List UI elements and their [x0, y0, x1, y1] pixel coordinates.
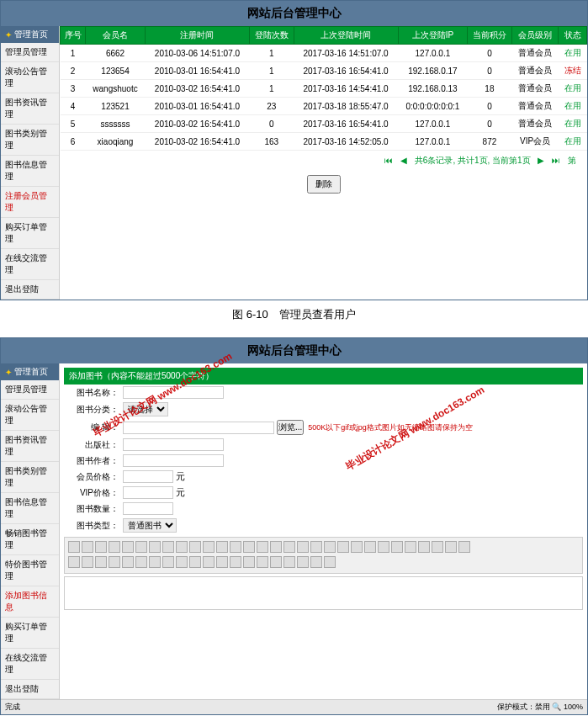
name-input[interactable]: [123, 386, 224, 399]
sidebar-item[interactable]: 在线交流管理: [1, 649, 59, 680]
author-label: 图书作者：: [64, 455, 123, 467]
sidebar-item[interactable]: 图书信息管理: [1, 156, 59, 187]
sidebar-item[interactable]: 滚动公告管理: [1, 400, 59, 431]
table-cell: 0: [468, 98, 511, 115]
sidebar-item[interactable]: 退出登陆: [1, 280, 59, 300]
sidebar-header[interactable]: ✦ 管理首页: [1, 26, 59, 43]
main-content: 序号会员名注册时间登陆次数上次登陆时间上次登陆IP当前积分会员级别状态 1666…: [60, 26, 587, 300]
table-header: 当前积分: [468, 27, 511, 45]
figure-6-10: 网站后台管理中心 ✦ 管理首页 管理员管理滚动公告管理图书资讯管理图书类别管理图…: [0, 0, 588, 329]
table-cell: 192.168.0.17: [398, 62, 468, 80]
form-row-editor: 编 辑： 浏览... 500K以下gif或jpg格式图片如无缩略图请保持为空: [64, 418, 583, 437]
vip-price-input[interactable]: [123, 486, 173, 499]
admin-panel-2: 网站后台管理中心 ✦ 管理首页 管理员管理滚动公告管理图书资讯管理图书类别管理图…: [0, 337, 588, 715]
member-price-input[interactable]: [123, 470, 173, 483]
sidebar-item[interactable]: 购买订单管理: [1, 618, 59, 649]
table-cell: 1: [250, 45, 294, 62]
table-header: 上次登陆时间: [294, 27, 398, 45]
table-cell: 3: [61, 80, 86, 98]
sidebar-item[interactable]: 退出登陆: [1, 680, 59, 699]
form-row-stock: 图书数量：: [64, 501, 583, 517]
category-label: 图书类型：: [64, 520, 123, 532]
star-icon: ✦: [5, 30, 12, 40]
sidebar-item[interactable]: 滚动公告管理: [1, 62, 59, 93]
table-header: 会员名: [86, 27, 146, 45]
table-row[interactable]: 3wangshuotc2010-03-02 16:54:41.012017-03…: [61, 80, 587, 98]
table-cell: 4: [61, 98, 86, 115]
form-row-category: 图书类型： 普通图书: [64, 517, 583, 534]
table-cell: xiaoqiang: [86, 133, 146, 151]
page-goto-label: 第: [568, 156, 576, 165]
zoom-icon[interactable]: 🔍: [552, 703, 561, 711]
table-cell: 6662: [86, 45, 146, 62]
table-row[interactable]: 5sssssss2010-03-02 16:54:41.002017-03-16…: [61, 115, 587, 133]
star-icon: ✦: [5, 368, 12, 377]
table-cell: 163: [250, 133, 294, 151]
table-header: 上次登陆IP: [398, 27, 468, 45]
author-input[interactable]: [123, 454, 224, 467]
category-select[interactable]: 普通图书: [123, 518, 177, 533]
form-row-author: 图书作者：: [64, 453, 583, 469]
stock-label: 图书数量：: [64, 503, 123, 515]
publisher-input[interactable]: [123, 438, 224, 451]
table-row[interactable]: 21236542010-03-01 16:54:41.012017-03-16 …: [61, 62, 587, 80]
sidebar-header[interactable]: ✦ 管理首页: [1, 363, 59, 380]
page-first-icon[interactable]: ⏮: [384, 156, 393, 165]
form-row-vip-price: VIP价格： 元: [64, 485, 583, 501]
sidebar-item[interactable]: 管理员管理: [1, 380, 59, 400]
sidebar-item[interactable]: 图书类别管理: [1, 125, 59, 156]
table-cell: 2017-03-16 16:54:41.0: [294, 115, 398, 133]
table-row[interactable]: 166622010-03-06 14:51:07.012017-03-16 14…: [61, 45, 587, 62]
form-header: 添加图书（内容不能超过5000个字符）: [64, 368, 583, 385]
table-cell: 2010-03-02 16:54:41.0: [145, 115, 249, 133]
page-last-icon[interactable]: ⏭: [552, 156, 560, 165]
table-cell: 2010-03-02 16:54:41.0: [145, 133, 249, 151]
table-cell: 23: [250, 98, 294, 115]
browse-button[interactable]: 浏览...: [277, 420, 304, 435]
type-select[interactable]: 请选择: [123, 402, 168, 416]
sidebar-item[interactable]: 图书类别管理: [1, 462, 59, 493]
table-cell: sssssss: [86, 115, 146, 133]
panel-title: 网站后台管理中心: [1, 338, 587, 363]
table-cell: 872: [468, 133, 511, 151]
sidebar-item[interactable]: 添加图书信息: [1, 586, 59, 618]
table-header: 状态: [559, 27, 587, 45]
table-cell: 1: [250, 80, 294, 98]
form-row-name: 图书名称：: [64, 385, 583, 400]
table-header: 序号: [61, 27, 86, 45]
table-cell: 192.168.0.13: [398, 80, 468, 98]
sidebar-item[interactable]: 特价图书管理: [1, 555, 59, 586]
sidebar-item[interactable]: 购买订单管理: [1, 218, 59, 249]
form-row-member-price: 会员价格： 元: [64, 469, 583, 485]
table-cell: 普通会员: [511, 45, 559, 62]
rich-editor-toolbar[interactable]: [64, 537, 583, 574]
table-cell: 2017-03-16 14:51:07.0: [294, 45, 398, 62]
delete-button[interactable]: 删除: [307, 175, 341, 194]
page-prev-icon[interactable]: ◀: [400, 156, 407, 165]
sidebar-item[interactable]: 图书信息管理: [1, 493, 59, 524]
table-cell: 在用: [559, 45, 587, 62]
sidebar-item[interactable]: 图书资讯管理: [1, 431, 59, 462]
table-cell: 6: [61, 133, 86, 151]
table-cell: 普通会员: [511, 115, 559, 133]
sidebar-item[interactable]: 管理员管理: [1, 43, 59, 62]
rich-editor-body[interactable]: [64, 576, 583, 610]
table-cell: VIP会员: [511, 133, 559, 151]
sidebar-item[interactable]: 畅销图书管理: [1, 524, 59, 555]
page-next-icon[interactable]: ▶: [538, 156, 544, 165]
stock-input[interactable]: [123, 502, 173, 515]
sidebar-item[interactable]: 在线交流管理: [1, 249, 59, 280]
sidebar-item[interactable]: 注册会员管理: [1, 187, 59, 218]
status-left: 完成: [5, 702, 20, 713]
figure-6-11: 网站后台管理中心 ✦ 管理首页 管理员管理滚动公告管理图书资讯管理图书类别管理图…: [0, 337, 588, 716]
sidebar-item[interactable]: 图书资讯管理: [1, 93, 59, 125]
file-input[interactable]: [123, 422, 274, 434]
member-price-label: 会员价格：: [64, 471, 123, 483]
table-row[interactable]: 6xiaoqiang2010-03-02 16:54:41.01632017-0…: [61, 133, 587, 151]
panel-title: 网站后台管理中心: [1, 1, 587, 26]
browser-status-bar: 完成 保护模式：禁用 🔍 100%: [1, 699, 587, 714]
form-row-type: 图书分类： 请选择: [64, 400, 583, 418]
table-cell: 2017-03-16 16:54:41.0: [294, 62, 398, 80]
figure-caption: 图 6-10 管理员查看用户: [0, 300, 588, 329]
table-row[interactable]: 41235212010-03-01 16:54:41.0232017-03-18…: [61, 98, 587, 115]
